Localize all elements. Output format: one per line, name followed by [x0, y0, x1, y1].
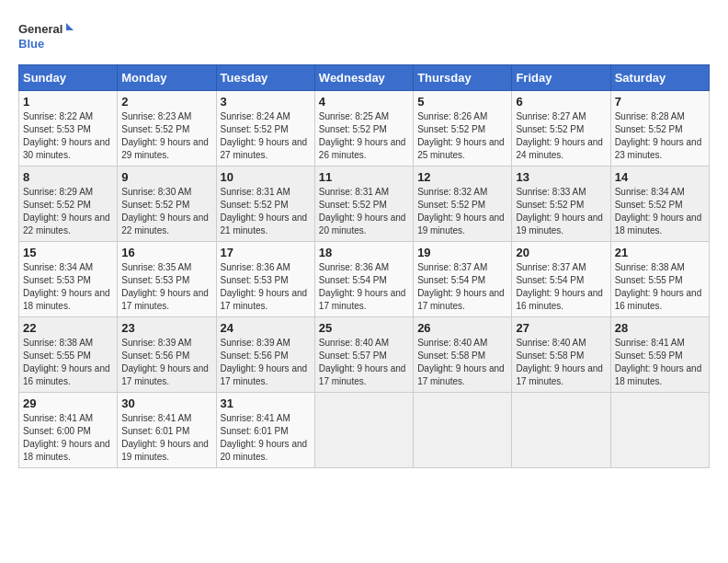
calendar-week-1: 1Sunrise: 8:22 AMSunset: 5:53 PMDaylight…: [19, 91, 710, 167]
day-info: Sunrise: 8:37 AMSunset: 5:54 PMDaylight:…: [417, 261, 507, 313]
calendar-cell: 3Sunrise: 8:24 AMSunset: 5:52 PMDaylight…: [216, 91, 314, 167]
calendar-cell: 20Sunrise: 8:37 AMSunset: 5:54 PMDayligh…: [512, 242, 610, 317]
day-info: Sunrise: 8:25 AMSunset: 5:52 PMDaylight:…: [319, 110, 409, 162]
weekday-header-monday: Monday: [118, 65, 216, 91]
day-info: Sunrise: 8:31 AMSunset: 5:52 PMDaylight:…: [221, 186, 311, 237]
calendar-week-4: 22Sunrise: 8:38 AMSunset: 5:55 PMDayligh…: [19, 317, 710, 393]
svg-text:Blue: Blue: [18, 37, 44, 51]
day-info: Sunrise: 8:31 AMSunset: 5:52 PMDaylight:…: [319, 186, 409, 237]
day-number: 31: [221, 396, 311, 410]
weekday-header-friday: Friday: [512, 65, 610, 91]
day-number: 3: [221, 95, 311, 109]
day-number: 17: [221, 246, 311, 259]
calendar-cell: 16Sunrise: 8:35 AMSunset: 5:53 PMDayligh…: [118, 242, 216, 317]
day-number: 18: [319, 246, 409, 259]
day-info: Sunrise: 8:41 AMSunset: 6:01 PMDaylight:…: [221, 412, 311, 464]
calendar-cell: 26Sunrise: 8:40 AMSunset: 5:58 PMDayligh…: [414, 317, 512, 393]
day-number: 23: [121, 321, 211, 335]
calendar-cell: 6Sunrise: 8:27 AMSunset: 5:52 PMDaylight…: [512, 91, 610, 167]
day-info: Sunrise: 8:39 AMSunset: 5:56 PMDaylight:…: [221, 337, 311, 388]
day-number: 11: [319, 170, 409, 184]
weekday-header-row: SundayMondayTuesdayWednesdayThursdayFrid…: [19, 65, 710, 91]
day-info: Sunrise: 8:34 AMSunset: 5:53 PMDaylight:…: [23, 261, 113, 313]
day-info: Sunrise: 8:36 AMSunset: 5:54 PMDaylight:…: [319, 261, 409, 313]
day-number: 19: [417, 246, 507, 259]
calendar-cell: 5Sunrise: 8:26 AMSunset: 5:52 PMDaylight…: [414, 91, 512, 167]
day-info: Sunrise: 8:32 AMSunset: 5:52 PMDaylight:…: [417, 186, 507, 237]
day-number: 25: [319, 321, 409, 335]
calendar-cell: [610, 393, 709, 468]
day-number: 20: [516, 246, 606, 259]
day-info: Sunrise: 8:39 AMSunset: 5:56 PMDaylight:…: [121, 337, 211, 388]
logo: General Blue: [18, 18, 74, 55]
day-info: Sunrise: 8:35 AMSunset: 5:53 PMDaylight:…: [121, 261, 211, 313]
calendar-cell: 21Sunrise: 8:38 AMSunset: 5:55 PMDayligh…: [610, 242, 709, 317]
day-number: 4: [319, 95, 409, 109]
day-info: Sunrise: 8:22 AMSunset: 5:53 PMDaylight:…: [23, 110, 113, 162]
day-info: Sunrise: 8:40 AMSunset: 5:58 PMDaylight:…: [417, 337, 507, 388]
day-info: Sunrise: 8:38 AMSunset: 5:55 PMDaylight:…: [615, 261, 705, 313]
calendar-week-2: 8Sunrise: 8:29 AMSunset: 5:52 PMDaylight…: [19, 167, 710, 242]
day-number: 30: [121, 396, 211, 410]
weekday-header-wednesday: Wednesday: [314, 65, 413, 91]
day-number: 2: [121, 95, 211, 109]
day-info: Sunrise: 8:23 AMSunset: 5:52 PMDaylight:…: [121, 110, 211, 162]
svg-text:General: General: [18, 22, 63, 36]
calendar-cell: 18Sunrise: 8:36 AMSunset: 5:54 PMDayligh…: [314, 242, 413, 317]
day-number: 21: [615, 246, 705, 259]
calendar-cell: 4Sunrise: 8:25 AMSunset: 5:52 PMDaylight…: [314, 91, 413, 167]
day-info: Sunrise: 8:29 AMSunset: 5:52 PMDaylight:…: [23, 186, 113, 237]
calendar-cell: 9Sunrise: 8:30 AMSunset: 5:52 PMDaylight…: [118, 167, 216, 242]
day-info: Sunrise: 8:34 AMSunset: 5:52 PMDaylight:…: [615, 186, 705, 237]
day-number: 12: [417, 170, 507, 184]
day-number: 6: [516, 95, 606, 109]
day-number: 27: [516, 321, 606, 335]
day-info: Sunrise: 8:41 AMSunset: 6:00 PMDaylight:…: [23, 412, 113, 464]
calendar-cell: 13Sunrise: 8:33 AMSunset: 5:52 PMDayligh…: [512, 167, 610, 242]
calendar-cell: 27Sunrise: 8:40 AMSunset: 5:58 PMDayligh…: [512, 317, 610, 393]
calendar-cell: 8Sunrise: 8:29 AMSunset: 5:52 PMDaylight…: [19, 167, 118, 242]
day-info: Sunrise: 8:40 AMSunset: 5:57 PMDaylight:…: [319, 337, 409, 388]
day-number: 15: [23, 246, 113, 259]
calendar-cell: 10Sunrise: 8:31 AMSunset: 5:52 PMDayligh…: [216, 167, 314, 242]
calendar-cell: 23Sunrise: 8:39 AMSunset: 5:56 PMDayligh…: [118, 317, 216, 393]
day-number: 1: [23, 95, 113, 109]
day-number: 7: [615, 95, 705, 109]
day-number: 24: [221, 321, 311, 335]
day-info: Sunrise: 8:36 AMSunset: 5:53 PMDaylight:…: [221, 261, 311, 313]
calendar-cell: [314, 393, 413, 468]
calendar-week-3: 15Sunrise: 8:34 AMSunset: 5:53 PMDayligh…: [19, 242, 710, 317]
calendar-cell: 11Sunrise: 8:31 AMSunset: 5:52 PMDayligh…: [314, 167, 413, 242]
weekday-header-sunday: Sunday: [19, 65, 118, 91]
calendar-cell: 19Sunrise: 8:37 AMSunset: 5:54 PMDayligh…: [414, 242, 512, 317]
day-info: Sunrise: 8:37 AMSunset: 5:54 PMDaylight:…: [516, 261, 606, 313]
calendar-week-5: 29Sunrise: 8:41 AMSunset: 6:00 PMDayligh…: [19, 393, 710, 468]
header: General Blue: [18, 18, 710, 55]
day-number: 16: [121, 246, 211, 259]
day-info: Sunrise: 8:41 AMSunset: 5:59 PMDaylight:…: [615, 337, 705, 388]
calendar-cell: 29Sunrise: 8:41 AMSunset: 6:00 PMDayligh…: [19, 393, 118, 468]
calendar-cell: 30Sunrise: 8:41 AMSunset: 6:01 PMDayligh…: [118, 393, 216, 468]
calendar-cell: 2Sunrise: 8:23 AMSunset: 5:52 PMDaylight…: [118, 91, 216, 167]
calendar-table: SundayMondayTuesdayWednesdayThursdayFrid…: [18, 64, 710, 468]
calendar-cell: 25Sunrise: 8:40 AMSunset: 5:57 PMDayligh…: [314, 317, 413, 393]
svg-marker-2: [66, 23, 74, 30]
weekday-header-saturday: Saturday: [610, 65, 709, 91]
day-number: 26: [417, 321, 507, 335]
day-info: Sunrise: 8:40 AMSunset: 5:58 PMDaylight:…: [516, 337, 606, 388]
calendar-body: 1Sunrise: 8:22 AMSunset: 5:53 PMDaylight…: [19, 91, 710, 468]
day-info: Sunrise: 8:27 AMSunset: 5:52 PMDaylight:…: [516, 110, 606, 162]
day-number: 8: [23, 170, 113, 184]
day-number: 22: [23, 321, 113, 335]
calendar-cell: 17Sunrise: 8:36 AMSunset: 5:53 PMDayligh…: [216, 242, 314, 317]
calendar-cell: 1Sunrise: 8:22 AMSunset: 5:53 PMDaylight…: [19, 91, 118, 167]
calendar-cell: 28Sunrise: 8:41 AMSunset: 5:59 PMDayligh…: [610, 317, 709, 393]
day-number: 13: [516, 170, 606, 184]
calendar-cell: 15Sunrise: 8:34 AMSunset: 5:53 PMDayligh…: [19, 242, 118, 317]
day-info: Sunrise: 8:24 AMSunset: 5:52 PMDaylight:…: [221, 110, 311, 162]
calendar-cell: [414, 393, 512, 468]
day-info: Sunrise: 8:38 AMSunset: 5:55 PMDaylight:…: [23, 337, 113, 388]
day-number: 29: [23, 396, 113, 410]
day-number: 9: [121, 170, 211, 184]
day-info: Sunrise: 8:30 AMSunset: 5:52 PMDaylight:…: [121, 186, 211, 237]
